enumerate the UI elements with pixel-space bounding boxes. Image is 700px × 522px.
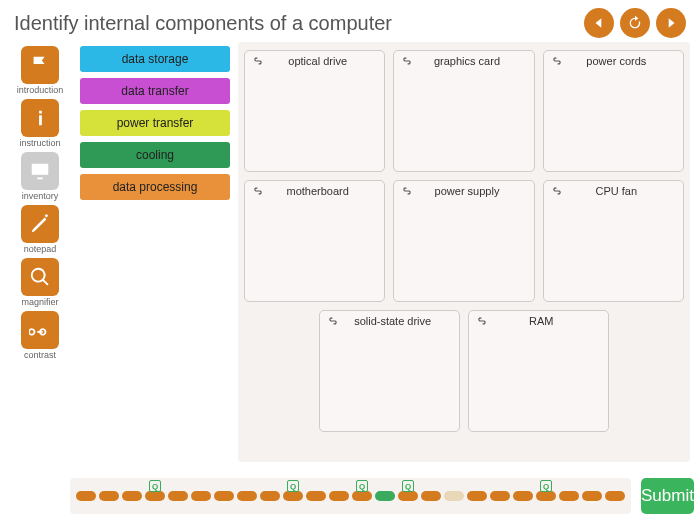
progress-pip[interactable] xyxy=(375,491,395,501)
category-data-processing[interactable]: data processing xyxy=(80,174,230,200)
sidebar-item-magnifier[interactable]: magnifier xyxy=(10,258,70,307)
drop-card-CPU-fan[interactable]: CPU fan xyxy=(543,180,684,302)
progress-pip[interactable] xyxy=(237,491,257,501)
drop-card-optical-drive[interactable]: optical drive xyxy=(244,50,385,172)
info-icon xyxy=(21,99,59,137)
drop-card-motherboard[interactable]: motherboard xyxy=(244,180,385,302)
progress-pip[interactable] xyxy=(191,491,211,501)
progress-pip[interactable] xyxy=(306,491,326,501)
category-data-storage[interactable]: data storage xyxy=(80,46,230,72)
progress-pip[interactable] xyxy=(490,491,510,501)
progress-pip[interactable] xyxy=(283,491,303,501)
drop-card-graphics-card[interactable]: graphics card xyxy=(393,50,534,172)
sidebar-item-label: notepad xyxy=(24,244,57,254)
progress-pip[interactable] xyxy=(99,491,119,501)
submit-button[interactable]: Submit xyxy=(641,478,694,514)
progress-pip[interactable] xyxy=(513,491,533,501)
sidebar-item-label: magnifier xyxy=(21,297,58,307)
drop-card-solid-state-drive[interactable]: solid-state drive xyxy=(319,310,460,432)
quiz-marker: Q xyxy=(402,480,414,492)
sidebar-item-inventory[interactable]: inventory xyxy=(10,152,70,201)
progress-bar[interactable]: QQQQQ xyxy=(70,478,631,514)
quiz-marker: Q xyxy=(540,480,552,492)
drop-card-power-cords[interactable]: power cords xyxy=(543,50,684,172)
progress-pip[interactable] xyxy=(145,491,165,501)
pencil-icon xyxy=(21,205,59,243)
card-title: graphics card xyxy=(406,55,527,67)
progress-pip[interactable] xyxy=(168,491,188,501)
sidebar-item-notepad[interactable]: notepad xyxy=(10,205,70,254)
sidebar-item-label: inventory xyxy=(22,191,59,201)
sidebar-item-introduction[interactable]: introduction xyxy=(10,46,70,95)
sidebar-item-contrast[interactable]: contrast xyxy=(10,311,70,360)
progress-pip[interactable] xyxy=(214,491,234,501)
next-button[interactable] xyxy=(656,8,686,38)
magnify-icon xyxy=(21,258,59,296)
card-title: CPU fan xyxy=(556,185,677,197)
sidebar-item-label: instruction xyxy=(19,138,60,148)
progress-pip[interactable] xyxy=(122,491,142,501)
quiz-marker: Q xyxy=(287,480,299,492)
refresh-button[interactable] xyxy=(620,8,650,38)
progress-pip[interactable] xyxy=(421,491,441,501)
card-title: RAM xyxy=(481,315,602,327)
progress-pip[interactable] xyxy=(582,491,602,501)
category-data-transfer[interactable]: data transfer xyxy=(80,78,230,104)
card-title: solid-state drive xyxy=(332,315,453,327)
progress-pip[interactable] xyxy=(467,491,487,501)
card-title: power supply xyxy=(406,185,527,197)
progress-pip[interactable] xyxy=(444,491,464,501)
drop-card-RAM[interactable]: RAM xyxy=(468,310,609,432)
card-title: optical drive xyxy=(257,55,378,67)
progress-pip[interactable] xyxy=(329,491,349,501)
sidebar-item-label: introduction xyxy=(17,85,64,95)
flag-icon xyxy=(21,46,59,84)
progress-pip[interactable] xyxy=(398,491,418,501)
progress-pip[interactable] xyxy=(536,491,556,501)
card-title: power cords xyxy=(556,55,677,67)
progress-pip[interactable] xyxy=(260,491,280,501)
glasses-icon xyxy=(21,311,59,349)
sidebar-item-instruction[interactable]: instruction xyxy=(10,99,70,148)
prev-button[interactable] xyxy=(584,8,614,38)
progress-pip[interactable] xyxy=(605,491,625,501)
category-cooling[interactable]: cooling xyxy=(80,142,230,168)
sidebar-item-label: contrast xyxy=(24,350,56,360)
progress-pip[interactable] xyxy=(76,491,96,501)
progress-pip[interactable] xyxy=(352,491,372,501)
card-title: motherboard xyxy=(257,185,378,197)
monitor-icon xyxy=(21,152,59,190)
page-title: Identify internal components of a comput… xyxy=(14,12,584,35)
progress-pip[interactable] xyxy=(559,491,579,501)
category-power-transfer[interactable]: power transfer xyxy=(80,110,230,136)
quiz-marker: Q xyxy=(356,480,368,492)
quiz-marker: Q xyxy=(149,480,161,492)
drop-card-power-supply[interactable]: power supply xyxy=(393,180,534,302)
